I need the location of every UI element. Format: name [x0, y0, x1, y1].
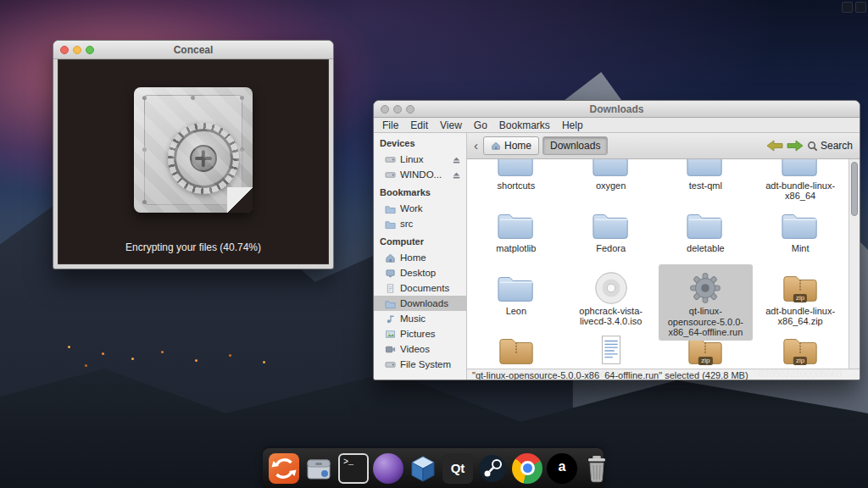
- tar-archive-icon: [497, 329, 536, 368]
- search-control[interactable]: Search: [807, 140, 854, 152]
- file-label: oxygen: [596, 180, 626, 191]
- scrollbar-thumb[interactable]: [851, 162, 858, 216]
- back-arrow-icon[interactable]: [766, 139, 783, 152]
- sidebar-item-linux[interactable]: Linux: [374, 152, 466, 167]
- file-tile[interactable]: Fedora: [564, 202, 659, 264]
- close-button[interactable]: [381, 105, 389, 114]
- safe-illustration: [134, 87, 253, 213]
- sidebar-item-music[interactable]: Music: [374, 311, 466, 326]
- file-label: adt-bundle-linux-x86_64.zip: [758, 306, 843, 327]
- path-button-home[interactable]: Home: [483, 136, 539, 155]
- window-title: Downloads: [374, 103, 860, 115]
- search-icon: [807, 141, 818, 152]
- amazon-icon[interactable]: a: [547, 453, 577, 484]
- conceal-content: Encrypting your files (40.74%): [58, 59, 329, 264]
- collapse-path-button[interactable]: ‹: [472, 139, 480, 153]
- folder-icon: [497, 159, 536, 180]
- fm-titlebar[interactable]: Downloads: [374, 101, 860, 118]
- folder-icon: [781, 159, 820, 180]
- folder-icon: [686, 203, 725, 242]
- video-icon: [385, 344, 396, 355]
- path-button-downloads[interactable]: Downloads: [542, 136, 608, 155]
- menu-help[interactable]: Help: [557, 119, 588, 131]
- virtualbox-icon[interactable]: [408, 453, 438, 484]
- folder-icon: [781, 203, 820, 242]
- folder-icon: [385, 219, 396, 230]
- file-tile[interactable]: Leon: [469, 264, 564, 327]
- forward-arrow-icon[interactable]: [787, 139, 804, 152]
- eject-icon[interactable]: [451, 169, 462, 180]
- sidebar-item-videos[interactable]: Videos: [374, 341, 466, 357]
- sidebar-item-src[interactable]: src: [374, 216, 466, 231]
- folder-icon: [385, 203, 396, 214]
- desktop-corner-widget: [855, 2, 866, 13]
- menu-bookmarks[interactable]: Bookmarks: [494, 119, 555, 131]
- folder-icon: [497, 203, 536, 242]
- file-tile[interactable]: ophcrack-vista-livecd-3.4.0.iso: [564, 264, 659, 327]
- house-icon: [491, 141, 501, 151]
- icon-grid: shortcuts oxygen test-qml adt-bundl: [469, 159, 848, 380]
- sidebar-item-pictures[interactable]: Pictures: [374, 326, 466, 341]
- folder-icon: [497, 266, 536, 305]
- conceal-window: Conceal Encrypting your files (40.74%): [53, 40, 334, 269]
- minimize-button[interactable]: [393, 105, 402, 114]
- file-label: shortcuts: [498, 180, 536, 191]
- sidebar-item-work[interactable]: Work: [374, 201, 466, 216]
- maximize-button[interactable]: [86, 46, 94, 54]
- zip-archive-icon: zip: [781, 266, 820, 305]
- file-label: Leon: [506, 306, 526, 317]
- steam-icon[interactable]: [477, 453, 508, 484]
- sidebar-item-documents[interactable]: Documents: [374, 280, 466, 296]
- sidebar-section-devices: Devices: [374, 136, 466, 152]
- eject-icon[interactable]: [451, 154, 462, 165]
- folder-icon: [592, 159, 631, 180]
- file-tile[interactable]: adt-bundle-linux-x86_64: [753, 159, 848, 202]
- drive-icon: [385, 169, 396, 180]
- chrome-icon-center: [520, 461, 535, 475]
- house-icon: [385, 252, 396, 263]
- trash-icon[interactable]: [581, 453, 612, 484]
- file-tile[interactable]: deletable: [659, 202, 754, 264]
- menu-file[interactable]: File: [377, 119, 403, 131]
- file-tile[interactable]: test-qml: [659, 159, 754, 202]
- desktop: Conceal Encrypting your files (40.74%): [0, 0, 868, 488]
- vertical-scrollbar[interactable]: [849, 159, 860, 369]
- dock: >_ Qt a: [263, 448, 604, 488]
- maximize-button[interactable]: [406, 105, 415, 114]
- sidebar-item-file-system[interactable]: File System: [374, 357, 466, 372]
- folder-icon: [385, 298, 396, 309]
- encryption-progress-text: Encrypting your files (40.74%): [58, 241, 328, 253]
- terminal-icon[interactable]: >_: [338, 453, 369, 484]
- drive-icon: [385, 359, 396, 370]
- file-label: deletable: [687, 243, 725, 254]
- minimize-button[interactable]: [73, 46, 81, 54]
- epiphany-browser-icon[interactable]: [373, 453, 403, 484]
- sidebar-item-downloads[interactable]: Downloads: [374, 296, 466, 311]
- archive-manager-icon[interactable]: [303, 453, 334, 484]
- file-view: shortcuts oxygen test-qml adt-bundl: [467, 159, 860, 380]
- desktop-corner-widget: [842, 2, 853, 13]
- menu-go[interactable]: Go: [469, 119, 492, 131]
- sidebar-item-home[interactable]: Home: [374, 250, 466, 265]
- update-manager-icon[interactable]: [269, 453, 299, 484]
- photo-icon: [385, 329, 396, 340]
- qt-creator-icon[interactable]: Qt: [442, 453, 473, 484]
- menu-edit[interactable]: Edit: [405, 119, 433, 131]
- menu-view[interactable]: View: [435, 119, 467, 131]
- sidebar-item-desktop[interactable]: Desktop: [374, 265, 466, 280]
- close-button[interactable]: [60, 46, 69, 54]
- conceal-titlebar[interactable]: Conceal: [53, 41, 333, 59]
- page-fold: [227, 187, 253, 213]
- file-tile[interactable]: matplotlib: [469, 202, 564, 264]
- file-label: test-qml: [689, 180, 722, 191]
- file-tile-selected[interactable]: qt-linux-opensource-5.0.0-x86_64-offline…: [659, 264, 754, 341]
- file-tile[interactable]: oxygen: [564, 159, 659, 202]
- file-tile[interactable]: shortcuts: [469, 159, 564, 202]
- file-manager-window: Downloads File Edit View Go Bookmarks He…: [373, 100, 860, 380]
- file-tile[interactable]: Mint: [753, 202, 848, 264]
- file-tile[interactable]: zip adt-bundle-linux-x86_64.zip: [753, 264, 848, 327]
- chrome-icon[interactable]: [512, 453, 542, 484]
- zip-archive-icon: zip: [781, 329, 820, 368]
- sidebar-item-windows[interactable]: WINDO...: [374, 167, 466, 182]
- selection-status-text: "qt-linux-opensource-5.0.0-x86_64-offlin…: [472, 370, 748, 380]
